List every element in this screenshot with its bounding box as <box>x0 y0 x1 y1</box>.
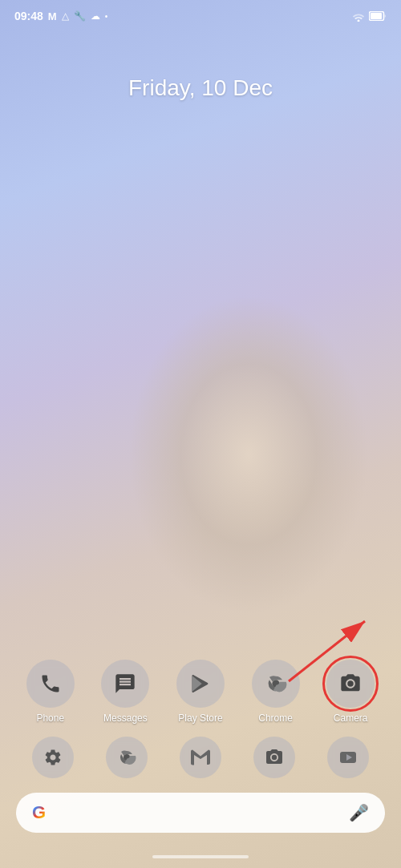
date-section: Friday, 10 Dec <box>0 27 401 652</box>
gmail-dock-icon <box>191 749 210 765</box>
phone-label: Phone <box>36 713 64 724</box>
youtube-icon <box>338 748 358 767</box>
home-indicator <box>0 849 401 868</box>
app-camera[interactable]: Camera <box>326 660 375 724</box>
chrome-dock-icon-wrap[interactable] <box>106 737 148 778</box>
messages-icon-wrap[interactable] <box>101 660 149 708</box>
status-time: 09:48 <box>14 10 43 22</box>
playstore-icon <box>189 672 212 695</box>
dock-row <box>0 732 401 783</box>
date-display: Friday, 10 Dec <box>128 75 273 101</box>
search-bar[interactable]: G 🎤 <box>16 793 385 833</box>
settings-icon-wrap[interactable] <box>32 737 74 778</box>
svg-rect-1 <box>371 13 382 19</box>
status-bar: 09:48 M △ 🔧 ☁ • <box>0 0 401 27</box>
app-messages[interactable]: Messages <box>101 660 149 724</box>
home-bar <box>152 855 249 858</box>
gmail-status-icon: M <box>48 10 57 22</box>
youtube-icon-wrap[interactable] <box>327 737 369 778</box>
app-chrome[interactable]: Chrome <box>252 660 300 724</box>
app-chrome-dock[interactable] <box>106 737 148 778</box>
camera-dock-icon <box>265 748 284 767</box>
camera-label: Camera <box>334 713 368 724</box>
app-youtube[interactable] <box>327 737 369 778</box>
app-camera-dock[interactable] <box>253 737 295 778</box>
messages-label: Messages <box>103 713 148 724</box>
mic-icon[interactable]: 🎤 <box>349 803 369 822</box>
camera-icon-wrap[interactable] <box>326 660 375 708</box>
messages-icon <box>114 672 136 695</box>
chrome-icon-wrap[interactable] <box>252 660 300 708</box>
phone-icon-wrap[interactable] <box>26 660 75 708</box>
playstore-icon-wrap[interactable] <box>176 660 225 708</box>
status-right <box>351 10 387 22</box>
chrome-dock-icon <box>117 748 136 767</box>
camera-icon <box>339 672 362 695</box>
camera-dock-icon-wrap[interactable] <box>253 737 295 778</box>
playstore-label: Play Store <box>178 713 222 724</box>
app-playstore[interactable]: Play Store <box>176 660 225 724</box>
dot-status-icon: • <box>105 12 108 21</box>
gmail-dock-icon-wrap[interactable] <box>180 737 221 778</box>
chrome-label: Chrome <box>258 713 293 724</box>
settings-icon <box>43 748 63 767</box>
chrome-icon <box>265 672 287 695</box>
app-gmail-dock[interactable] <box>180 737 221 778</box>
app-phone[interactable]: Phone <box>26 660 75 724</box>
app-settings[interactable] <box>32 737 74 778</box>
wifi-icon <box>351 10 366 22</box>
wrench-status-icon: 🔧 <box>74 10 86 22</box>
main-app-row: Phone Messages Play Store <box>0 652 401 732</box>
google-g-logo: G <box>32 802 46 823</box>
battery-icon <box>369 11 387 21</box>
drive-status-icon: △ <box>62 10 69 22</box>
cloud-status-icon: ☁ <box>91 10 100 22</box>
phone-icon <box>39 672 62 695</box>
